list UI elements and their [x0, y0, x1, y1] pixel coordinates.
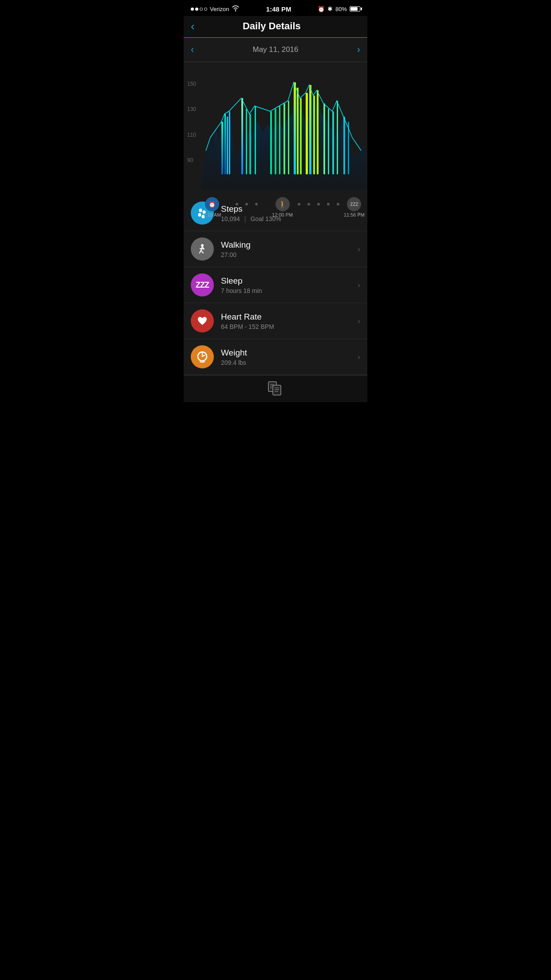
- sleep-value: 7 hours 18 min: [221, 287, 358, 294]
- weight-value: 209.4 lbs: [221, 359, 358, 366]
- walking-icon: [191, 237, 214, 261]
- timeline-dot: [307, 203, 310, 205]
- svg-rect-12: [279, 106, 280, 174]
- svg-line-35: [201, 250, 203, 253]
- date-nav: ‹ May 11, 2016 ›: [184, 38, 367, 62]
- alarm-icon: ⏰: [318, 6, 325, 12]
- weight-chevron: ›: [358, 352, 360, 362]
- svg-rect-16: [297, 87, 299, 174]
- svg-rect-14: [288, 101, 289, 174]
- back-button[interactable]: ‹: [191, 20, 195, 32]
- bluetooth-icon: ✱: [327, 5, 333, 12]
- status-right: ⏰ ✱ 80%: [318, 5, 360, 12]
- svg-rect-23: [328, 109, 329, 174]
- svg-rect-10: [270, 111, 272, 174]
- timeline-dot: [298, 203, 300, 205]
- heart-rate-chart: 150 130 110 90: [184, 62, 367, 195]
- sleep-timeline-icon: ZZZ: [347, 197, 361, 211]
- weight-title: Weight: [221, 348, 358, 358]
- weight-item[interactable]: Weight 209.4 lbs ›: [184, 339, 367, 375]
- svg-rect-9: [255, 106, 256, 174]
- signal-dot-3: [200, 8, 203, 11]
- svg-rect-19: [309, 85, 311, 174]
- weight-content: Weight 209.4 lbs: [221, 348, 358, 366]
- status-time: 1:48 PM: [266, 5, 291, 13]
- y-label-130: 130: [187, 106, 196, 112]
- svg-rect-5: [229, 111, 230, 174]
- svg-rect-8: [249, 114, 251, 174]
- battery-percent: 80%: [335, 6, 347, 12]
- timeline-dot: [255, 203, 258, 205]
- wake-icon: ⏰: [205, 197, 219, 211]
- svg-point-0: [235, 10, 236, 11]
- sleep-time: 11:56 PM: [344, 212, 365, 217]
- svg-rect-15: [294, 83, 296, 174]
- noon-time: 12:00 PM: [272, 212, 293, 217]
- signal-dot-1: [191, 8, 194, 11]
- heartrate-value: 64 BPM - 152 BPM: [221, 323, 358, 330]
- timeline-noon: 🚶 12:00 PM: [272, 197, 293, 217]
- chart-visualization: [201, 69, 367, 195]
- svg-rect-2: [221, 122, 223, 174]
- svg-rect-6: [241, 98, 243, 174]
- heartrate-item[interactable]: Heart Rate 64 BPM - 152 BPM ›: [184, 303, 367, 339]
- walking-chevron: ›: [358, 245, 360, 254]
- page-title: Daily Details: [243, 20, 301, 32]
- signal-dot-2: [195, 8, 198, 11]
- svg-rect-17: [300, 98, 302, 174]
- next-date-button[interactable]: ›: [357, 44, 360, 55]
- chart-y-axis: 150 130 110 90: [187, 62, 196, 195]
- svg-point-42: [202, 356, 203, 357]
- wifi-icon: [232, 5, 240, 13]
- y-label-150: 150: [187, 81, 196, 87]
- sleep-content: Sleep 7 hours 18 min: [221, 276, 358, 294]
- svg-rect-3: [224, 114, 226, 174]
- svg-rect-11: [275, 109, 276, 174]
- status-bar: Verizon 1:48 PM ⏰ ✱ 80%: [184, 0, 367, 16]
- svg-rect-25: [337, 101, 338, 174]
- status-left: Verizon: [191, 5, 240, 13]
- heartrate-content: Heart Rate 64 BPM - 152 BPM: [221, 312, 358, 330]
- reports-tab-icon[interactable]: [267, 381, 284, 397]
- carrier-label: Verizon: [210, 6, 229, 12]
- timeline-wake: ⏰ 7:10 AM: [203, 197, 221, 217]
- weight-icon: [191, 345, 214, 368]
- timeline-dot: [337, 203, 339, 205]
- svg-rect-24: [332, 111, 334, 174]
- sleep-chevron: ›: [358, 281, 360, 290]
- wake-time: 7:10 AM: [203, 212, 221, 217]
- y-label-90: 90: [187, 157, 196, 163]
- svg-rect-22: [323, 103, 325, 174]
- y-label-110: 110: [187, 132, 196, 138]
- svg-rect-20: [313, 95, 315, 174]
- timeline-dot: [236, 203, 238, 205]
- signal-dot-4: [204, 8, 207, 11]
- signal-dots: [191, 8, 207, 11]
- heartrate-title: Heart Rate: [221, 312, 358, 322]
- svg-rect-13: [283, 103, 285, 174]
- walking-item[interactable]: Walking 27:00 ›: [184, 231, 367, 267]
- walking-content: Walking 27:00: [221, 240, 358, 258]
- chart-svg-wrapper: [201, 69, 367, 195]
- walking-value: 27:00: [221, 251, 358, 258]
- timeline-dot: [327, 203, 330, 205]
- svg-rect-26: [343, 117, 345, 174]
- sleep-icon: ZZZ: [191, 273, 214, 296]
- svg-line-37: [200, 249, 204, 249]
- svg-rect-7: [246, 109, 247, 174]
- timeline-sleep: ZZZ 11:56 PM: [344, 197, 365, 217]
- prev-date-button[interactable]: ‹: [191, 44, 194, 55]
- heartrate-chevron: ›: [358, 316, 360, 326]
- svg-rect-44: [273, 385, 281, 395]
- svg-rect-18: [306, 93, 308, 174]
- current-date: May 11, 2016: [252, 45, 298, 54]
- timeline-dot: [245, 203, 248, 205]
- heartrate-icon: [191, 309, 214, 332]
- walk-icon: 🚶: [276, 197, 290, 211]
- timeline-dot: [317, 203, 320, 205]
- battery-icon: [350, 6, 360, 12]
- svg-rect-21: [317, 90, 319, 174]
- sleep-item[interactable]: ZZZ Sleep 7 hours 18 min ›: [184, 267, 367, 303]
- sleep-title: Sleep: [221, 276, 358, 286]
- svg-rect-4: [227, 117, 228, 174]
